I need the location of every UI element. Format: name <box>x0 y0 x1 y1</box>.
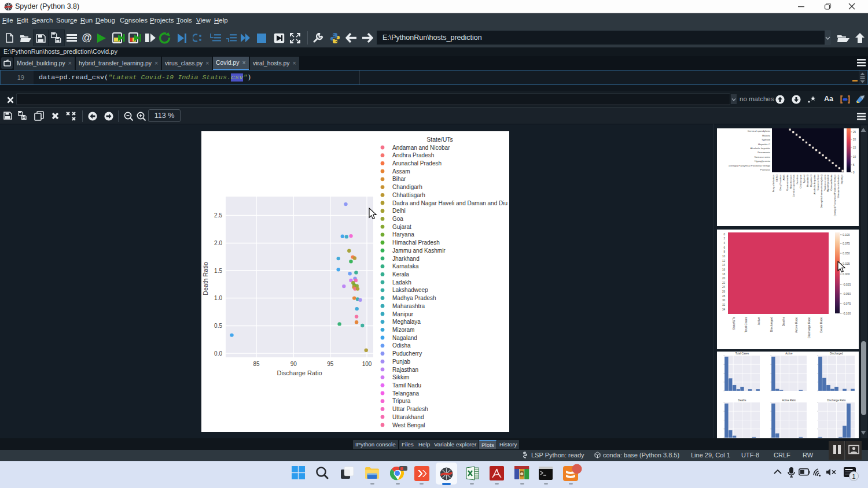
svg-text:Death Ratio: Death Ratio <box>819 317 823 333</box>
svg-text:Hepatitis D: Hepatitis D <box>810 175 812 187</box>
svg-text:25: 25 <box>853 131 856 134</box>
svg-text:Mizoram: Mizoram <box>392 327 414 333</box>
svg-text:Total Cases: Total Cases <box>744 317 748 333</box>
svg-text:Gastroenteritis: Gastroenteritis <box>786 175 789 191</box>
svg-text:30: 30 <box>722 299 726 302</box>
svg-text:1.0: 1.0 <box>214 295 222 301</box>
svg-text:Varicose veins: Varicose veins <box>823 175 826 191</box>
svg-text:24: 24 <box>722 286 726 289</box>
svg-text:Total Cases: Total Cases <box>735 352 749 355</box>
svg-text:2.5: 2.5 <box>214 212 222 219</box>
svg-text:Cervical spondylosis: Cervical spondylosis <box>748 130 770 132</box>
svg-text:Drug Reaction: Drug Reaction <box>779 174 782 190</box>
svg-text:Goa: Goa <box>392 216 403 222</box>
svg-text:Deaths: Deaths <box>782 317 785 327</box>
svg-text:GERD: GERD <box>775 175 778 182</box>
svg-text:Karnataka: Karnataka <box>392 263 419 269</box>
svg-text:Kerala: Kerala <box>392 271 409 278</box>
svg-text:6: 6 <box>723 246 725 249</box>
svg-text:10: 10 <box>722 255 726 258</box>
svg-text:West Bengal: West Bengal <box>392 422 425 428</box>
svg-text:Haryana: Haryana <box>392 231 414 238</box>
svg-text:Active Ratio: Active Ratio <box>782 399 796 402</box>
svg-text:16: 16 <box>722 268 726 271</box>
svg-text:Manipur: Manipur <box>392 311 414 317</box>
svg-text:(vertigo) Paroymsal Positiona: (vertigo) Paroymsal Positional Vertigo <box>833 174 836 216</box>
svg-text:18: 18 <box>722 273 726 276</box>
svg-text:Varicose veins: Varicose veins <box>754 156 770 158</box>
svg-text:Chandigarh: Chandigarh <box>392 184 422 190</box>
svg-text:Uttar Pradesh: Uttar Pradesh <box>392 406 428 412</box>
svg-text:Bihar: Bihar <box>392 176 406 182</box>
svg-text:Lakshadweep: Lakshadweep <box>392 287 428 293</box>
svg-text:Dadra and Nagar Haveli and Dam: Dadra and Nagar Haveli and Daman and Diu <box>392 200 507 206</box>
svg-text:Arunachal Pradesh: Arunachal Pradesh <box>392 160 442 167</box>
svg-text:Discharge Ratio: Discharge Ratio <box>277 369 322 376</box>
svg-text:Nagaland: Nagaland <box>392 335 417 341</box>
svg-text:Discharged: Discharged <box>830 352 843 355</box>
svg-text:Impetigo: Impetigo <box>840 174 843 184</box>
svg-text:Active: Active <box>757 317 760 325</box>
svg-text:Telangana: Telangana <box>392 390 420 397</box>
svg-text:-0.025: -0.025 <box>843 283 851 286</box>
svg-text:Chicken pox: Chicken pox <box>799 174 802 188</box>
svg-text:Andhra Pradesh: Andhra Pradesh <box>392 152 434 158</box>
svg-text:Jaundice: Jaundice <box>796 174 799 184</box>
svg-text:State/UTs: State/UTs <box>732 317 735 330</box>
svg-text:0.050: 0.050 <box>843 252 850 255</box>
svg-text:Puducherry: Puducherry <box>392 350 422 357</box>
svg-text:-0.050: -0.050 <box>843 292 851 295</box>
svg-text:26: 26 <box>722 290 726 293</box>
svg-text:Pneumonia: Pneumonia <box>757 151 770 154</box>
svg-text:-0.100: -0.100 <box>843 312 851 315</box>
svg-text:Active: Active <box>785 352 793 355</box>
svg-text:Uttarakhand: Uttarakhand <box>392 414 424 420</box>
svg-text:100: 100 <box>362 361 372 367</box>
svg-text:2: 2 <box>723 237 725 240</box>
svg-text:14: 14 <box>722 264 726 267</box>
svg-text:Malaria: Malaria <box>762 134 771 137</box>
svg-text:20: 20 <box>853 138 856 141</box>
svg-text:Discharged: Discharged <box>770 317 773 332</box>
svg-text:Death Ratio: Death Ratio <box>202 262 209 295</box>
svg-text:Psoriasis: Psoriasis <box>760 168 770 171</box>
svg-text:Urinary tract infection: Urinary tract infection <box>837 174 840 198</box>
svg-text:85: 85 <box>253 361 260 367</box>
svg-text:Odisha: Odisha <box>392 342 411 349</box>
svg-text:Delhi: Delhi <box>392 208 406 214</box>
svg-text:Discharge Ratio: Discharge Ratio <box>827 399 846 402</box>
svg-text:1.5: 1.5 <box>214 268 222 274</box>
svg-text:22: 22 <box>722 282 726 284</box>
svg-text:2.0: 2.0 <box>214 240 222 246</box>
svg-text:Maharashtra: Maharashtra <box>392 303 425 309</box>
svg-text:0.0: 0.0 <box>214 350 222 357</box>
svg-text:Chhattisgarh: Chhattisgarh <box>392 192 425 198</box>
svg-text:32: 32 <box>722 304 726 306</box>
svg-text:-0.075: -0.075 <box>843 302 851 305</box>
svg-text:34: 34 <box>722 308 726 311</box>
svg-text:1: 1 <box>852 473 855 480</box>
svg-text:28: 28 <box>722 295 726 298</box>
svg-text:Tamil Nadu: Tamil Nadu <box>392 382 421 389</box>
svg-text:AIDS: AIDS <box>782 175 785 180</box>
svg-text:90: 90 <box>290 361 297 367</box>
svg-text:8: 8 <box>723 250 725 253</box>
svg-text:Jammu and Kashmir: Jammu and Kashmir <box>392 247 446 254</box>
svg-text:Punjab: Punjab <box>392 358 411 365</box>
svg-text:Jharkhand: Jharkhand <box>392 256 420 262</box>
svg-text:Common Cold: Common Cold <box>816 174 819 190</box>
svg-text:State/UTs: State/UTs <box>426 136 453 143</box>
svg-text:Deaths: Deaths <box>738 399 746 402</box>
svg-text:Hypertension: Hypertension <box>789 174 792 189</box>
svg-text:15: 15 <box>853 146 856 149</box>
svg-text:Discharge Ratio: Discharge Ratio <box>807 317 811 338</box>
svg-text:Hiperthyroidism: Hiperthyroidism <box>826 175 829 192</box>
svg-text:Hepatitis B: Hepatitis B <box>806 175 809 187</box>
svg-text:10: 10 <box>853 156 856 158</box>
svg-text:Alcoholic hepatitis: Alcoholic hepatitis <box>751 147 770 150</box>
svg-text:Typhoid: Typhoid <box>803 174 806 183</box>
svg-text:0.075: 0.075 <box>843 242 850 245</box>
svg-text:Tripura: Tripura <box>392 398 411 404</box>
svg-text:Assam: Assam <box>392 168 410 175</box>
svg-text:Gujarat: Gujarat <box>392 224 411 230</box>
